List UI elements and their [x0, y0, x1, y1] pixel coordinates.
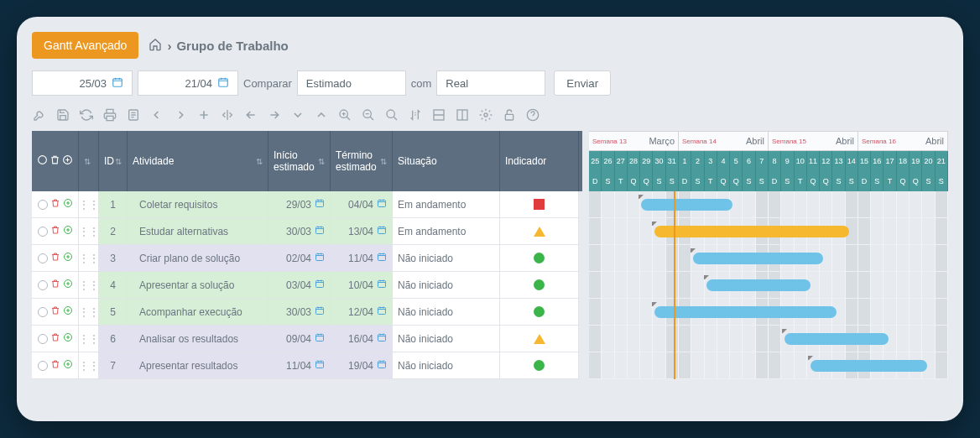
table-row[interactable]: ⋮⋮3Criar plano de solução02/04 11/04 Não…: [32, 245, 582, 272]
select-row-icon[interactable]: [38, 307, 48, 317]
date-to-input[interactable]: 21/04: [138, 70, 238, 96]
collapse-icon[interactable]: [290, 107, 305, 123]
select-all-icon[interactable]: [37, 154, 48, 168]
add-task-icon[interactable]: [62, 154, 73, 168]
gantt-bar[interactable]: [641, 199, 732, 211]
redo-icon[interactable]: [173, 107, 188, 123]
table-row[interactable]: ⋮⋮1Coletar requisitos29/03 04/04 Em anda…: [32, 191, 582, 218]
split-icon[interactable]: [220, 107, 235, 123]
delete-row-icon[interactable]: [50, 359, 60, 372]
refresh-icon[interactable]: [79, 107, 94, 123]
columns-icon[interactable]: [455, 107, 470, 123]
gear-icon[interactable]: [478, 107, 493, 123]
cell-start[interactable]: 11/04: [268, 352, 331, 379]
gantt-bar[interactable]: [693, 253, 823, 264]
cell-end[interactable]: 04/04: [331, 191, 393, 218]
cell-start[interactable]: 03/04: [268, 272, 331, 299]
add-row-icon[interactable]: [63, 332, 73, 345]
add-row-icon[interactable]: [63, 252, 73, 264]
col-end[interactable]: Término estimado⇅: [331, 131, 393, 191]
add-row-icon[interactable]: [63, 359, 73, 372]
select-row-icon[interactable]: [38, 253, 48, 263]
undo-icon[interactable]: [149, 107, 164, 123]
add-row-icon[interactable]: [63, 279, 73, 291]
drag-handle[interactable]: ⋮⋮: [79, 299, 99, 326]
delete-all-icon[interactable]: [50, 154, 60, 168]
select-row-icon[interactable]: [38, 227, 48, 237]
expand-icon[interactable]: [314, 107, 329, 123]
drag-handle[interactable]: ⋮⋮: [79, 272, 99, 299]
table-row[interactable]: ⋮⋮2Estudar alternativas30/03 13/04 Em an…: [32, 218, 582, 245]
col-id[interactable]: ID⇅: [99, 131, 128, 191]
cell-start[interactable]: 30/03: [268, 218, 331, 245]
cell-activity[interactable]: Apresentar resultados: [128, 352, 268, 379]
drag-handle[interactable]: ⋮⋮: [79, 218, 99, 245]
table-row[interactable]: ⋮⋮6Analisar os resultados09/04 16/04 Não…: [32, 326, 582, 352]
select-row-icon[interactable]: [38, 200, 48, 210]
layout-icon[interactable]: [431, 107, 446, 123]
drag-handle[interactable]: ⋮⋮: [79, 352, 99, 379]
cell-activity[interactable]: Coletar requisitos: [128, 191, 268, 218]
table-row[interactable]: ⋮⋮5Acompanhar execução30/03 12/04 Não in…: [32, 299, 582, 326]
date-from-input[interactable]: 25/03: [32, 70, 133, 96]
add-row-icon[interactable]: [63, 225, 73, 237]
cell-activity[interactable]: Apresentar a solução: [128, 272, 268, 299]
cell-end[interactable]: 11/04: [331, 245, 393, 272]
drag-handle[interactable]: ⋮⋮: [79, 191, 99, 218]
col-activity[interactable]: Atividade⇅: [128, 131, 268, 191]
wrench-icon[interactable]: [32, 107, 47, 123]
cell-end[interactable]: 10/04: [331, 272, 393, 299]
cell-activity[interactable]: Acompanhar execução: [128, 299, 268, 326]
help-icon[interactable]: [525, 107, 540, 123]
search-icon[interactable]: [384, 107, 399, 123]
print-icon[interactable]: [102, 107, 117, 123]
outdent-icon[interactable]: [243, 107, 258, 123]
col-status[interactable]: Situação: [393, 131, 500, 191]
select-row-icon[interactable]: [38, 280, 48, 290]
compare-select[interactable]: Estimado: [297, 70, 406, 96]
export-icon[interactable]: [126, 107, 141, 123]
gantt-bar[interactable]: [785, 333, 889, 345]
gantt-advanced-button[interactable]: Gantt Avançado: [32, 32, 138, 59]
zoom-in-icon[interactable]: [337, 107, 352, 123]
table-row[interactable]: ⋮⋮4Apresentar a solução03/04 10/04 Não i…: [32, 272, 582, 299]
delete-row-icon[interactable]: [50, 279, 60, 291]
indent-icon[interactable]: [267, 107, 282, 123]
drag-handle[interactable]: ⋮⋮: [79, 245, 99, 272]
send-button[interactable]: Enviar: [554, 70, 611, 96]
delete-row-icon[interactable]: [50, 252, 60, 264]
table-row[interactable]: ⋮⋮7Apresentar resultados11/04 19/04 Não …: [32, 352, 582, 379]
delete-row-icon[interactable]: [50, 225, 60, 237]
add-row-icon[interactable]: [63, 305, 73, 318]
cell-start[interactable]: 09/04: [268, 326, 331, 352]
sort-icon[interactable]: [408, 107, 423, 123]
cell-end[interactable]: 16/04: [331, 326, 393, 352]
zoom-out-icon[interactable]: [361, 107, 376, 123]
home-icon[interactable]: [149, 38, 162, 54]
delete-row-icon[interactable]: [50, 198, 60, 211]
gantt-bar[interactable]: [654, 306, 837, 318]
delete-row-icon[interactable]: [50, 332, 60, 345]
lock-icon[interactable]: [502, 107, 517, 123]
gantt-bar[interactable]: [706, 279, 811, 291]
cell-activity[interactable]: Estudar alternativas: [128, 218, 268, 245]
cell-start[interactable]: 02/04: [268, 245, 331, 272]
cell-start[interactable]: 30/03: [268, 299, 331, 326]
cell-activity[interactable]: Analisar os resultados: [128, 326, 268, 352]
select-row-icon[interactable]: [38, 334, 48, 344]
add-row-icon[interactable]: [63, 198, 73, 211]
drag-handle[interactable]: ⋮⋮: [79, 326, 99, 352]
cell-activity[interactable]: Criar plano de solução: [128, 245, 268, 272]
cell-end[interactable]: 19/04: [331, 352, 393, 379]
with-select[interactable]: Real: [436, 70, 545, 96]
gantt-bar[interactable]: [811, 360, 928, 372]
cell-start[interactable]: 29/03: [268, 191, 331, 218]
select-row-icon[interactable]: [38, 361, 48, 371]
save-icon[interactable]: [55, 107, 70, 123]
add-icon[interactable]: [196, 107, 211, 123]
gantt-bar[interactable]: [654, 226, 850, 237]
cell-end[interactable]: 13/04: [331, 218, 393, 245]
delete-row-icon[interactable]: [50, 305, 60, 318]
cell-end[interactable]: 12/04: [331, 299, 393, 326]
col-start[interactable]: Início estimado⇅: [268, 131, 331, 191]
